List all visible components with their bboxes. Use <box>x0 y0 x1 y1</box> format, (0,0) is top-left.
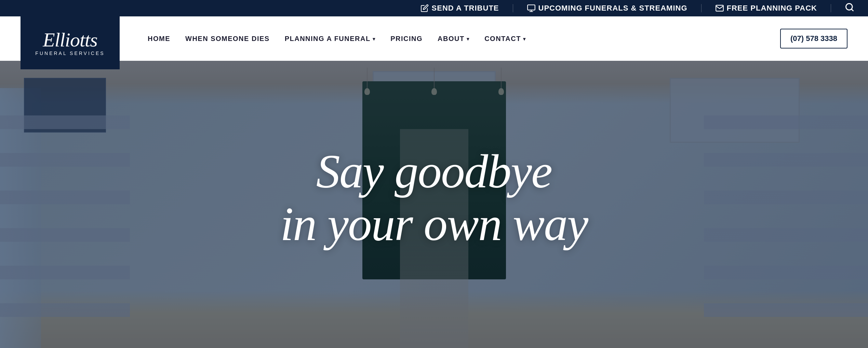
hero-headline: Say goodbye in your own way <box>280 145 588 250</box>
hero-content: Say goodbye in your own way <box>0 61 868 348</box>
nav-label-contact: CONTACT <box>484 35 521 43</box>
search-button[interactable] <box>845 2 854 14</box>
nav-item-contact[interactable]: CONTACT ▾ <box>477 35 533 43</box>
divider-1 <box>513 4 513 12</box>
hero-section: Say goodbye in your own way <box>0 61 868 348</box>
phone-button[interactable]: (07) 578 3338 <box>780 29 847 48</box>
chevron-down-icon-contact: ▾ <box>523 36 526 42</box>
logo[interactable]: Elliotts FUNERAL SERVICES <box>21 16 120 69</box>
nav-item-when-someone-dies[interactable]: WHEN SOMEONE DIES <box>178 35 277 43</box>
edit-icon <box>420 4 429 13</box>
phone-number: (07) 578 3338 <box>790 34 837 43</box>
nav-label-about: ABOUT <box>438 35 465 43</box>
nav-item-home[interactable]: HOME <box>140 35 178 43</box>
main-navigation: Elliotts FUNERAL SERVICES HOME WHEN SOME… <box>0 16 868 61</box>
nav-links: HOME WHEN SOMEONE DIES PLANNING A FUNERA… <box>140 29 847 48</box>
streaming-icon <box>527 4 536 13</box>
mail-icon <box>715 4 724 13</box>
top-utility-bar: SEND A TRIBUTE UPCOMING FUNERALS & STREA… <box>0 0 868 16</box>
svg-line-4 <box>851 9 853 11</box>
hero-headline-line1: Say goodbye <box>280 145 588 198</box>
logo-text: Elliotts FUNERAL SERVICES <box>35 30 105 56</box>
divider-3 <box>831 4 831 12</box>
free-planning-label: FREE PLANNING PACK <box>727 4 817 13</box>
divider-2 <box>701 4 702 12</box>
nav-label-planning-funeral: PLANNING A FUNERAL <box>285 35 371 43</box>
send-tribute-label: SEND A TRIBUTE <box>432 4 499 13</box>
logo-script: Elliotts <box>35 30 105 50</box>
chevron-down-icon-about: ▾ <box>467 36 470 42</box>
nav-item-planning-funeral[interactable]: PLANNING A FUNERAL ▾ <box>277 35 383 43</box>
nav-label-home: HOME <box>148 35 170 43</box>
nav-item-pricing[interactable]: PRICING <box>383 35 430 43</box>
upcoming-funerals-link[interactable]: UPCOMING FUNERALS & STREAMING <box>527 4 687 13</box>
logo-subtitle: FUNERAL SERVICES <box>35 51 105 56</box>
nav-item-about[interactable]: ABOUT ▾ <box>430 35 477 43</box>
upcoming-funerals-label: UPCOMING FUNERALS & STREAMING <box>538 4 687 13</box>
hero-headline-line2: in your own way <box>280 198 588 250</box>
nav-label-when-someone-dies: WHEN SOMEONE DIES <box>185 35 270 43</box>
svg-rect-0 <box>528 5 535 10</box>
chevron-down-icon: ▾ <box>373 36 376 42</box>
free-planning-link[interactable]: FREE PLANNING PACK <box>715 4 817 13</box>
send-tribute-link[interactable]: SEND A TRIBUTE <box>420 4 499 13</box>
nav-label-pricing: PRICING <box>390 35 423 43</box>
